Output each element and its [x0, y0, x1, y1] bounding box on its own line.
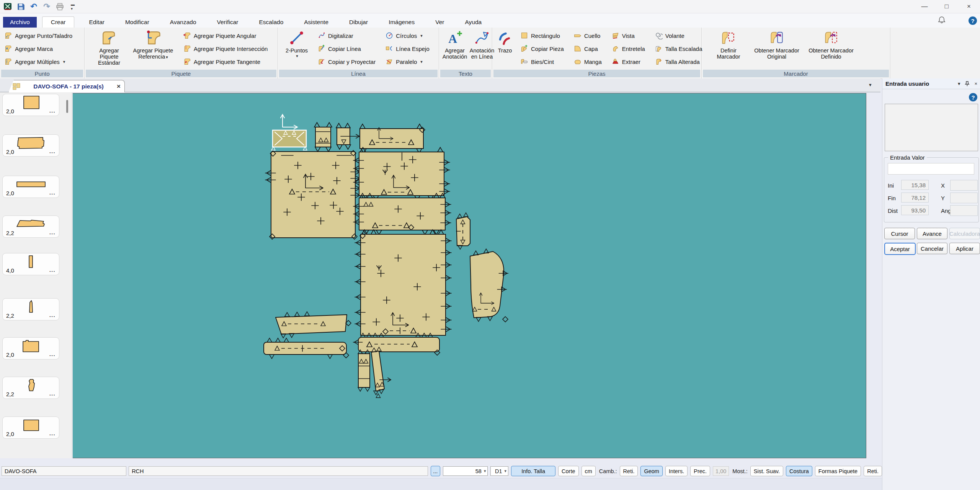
add-multiples-button[interactable]: Agregar Múltiples▾ [3, 57, 74, 66]
piece-thumbnail-8[interactable]: 2,2 ··· [2, 377, 59, 399]
menu-tab-avanzado[interactable]: Avanzado [164, 17, 203, 28]
corte-toggle[interactable]: Corte [558, 466, 578, 476]
pattern-piece[interactable] [314, 122, 332, 152]
scaled-size-button[interactable]: Talla Escalada [653, 44, 704, 53]
formas-piquete-toggle[interactable]: Formas Piquete [815, 466, 861, 476]
cm-toggle[interactable]: cm [581, 466, 596, 476]
line-2-points-button[interactable]: 2-Puntos ▾ [282, 28, 312, 69]
define-marker-button[interactable]: Definir Marcador [707, 28, 750, 69]
copy-piece-button[interactable]: Copiar Pieza [519, 44, 565, 53]
y-field[interactable] [950, 193, 978, 203]
pin-icon[interactable] [965, 81, 970, 87]
altered-size-button[interactable]: Talla Alterada [653, 57, 704, 66]
copy-line-button[interactable]: Copiar Línea [316, 44, 377, 53]
document-tab[interactable]: DAVO-SOFA - 17 pieza(s) × [8, 80, 125, 92]
piece-more-button[interactable]: ··· [49, 432, 56, 438]
rectangle-button[interactable]: Rectángulo [519, 31, 565, 40]
menu-tab-ver[interactable]: Ver [429, 17, 450, 28]
add-notch-intersection-button[interactable]: Agregar Piquete Intersección [182, 44, 269, 53]
circles-button[interactable]: Círculos▾ [384, 31, 431, 40]
pattern-piece[interactable] [353, 193, 451, 235]
reference-field[interactable]: RCH [129, 466, 428, 476]
more-options-button[interactable]: ... [431, 466, 441, 476]
print-button[interactable] [55, 2, 64, 11]
aceptar-button[interactable]: Aceptar [884, 243, 916, 255]
mirror-line-button[interactable]: Línea Espejo [384, 44, 431, 53]
pattern-piece-selected[interactable] [271, 114, 307, 150]
costura-toggle[interactable]: Costura [786, 466, 812, 476]
layer-button[interactable]: Capa [572, 44, 603, 53]
menu-tab-editar[interactable]: Editar [83, 17, 111, 28]
piece-more-button[interactable]: ··· [49, 150, 56, 155]
reti-toggle-2[interactable]: Reti. [864, 466, 882, 476]
window-close-button[interactable]: × [958, 0, 980, 13]
pattern-piece[interactable] [336, 123, 359, 149]
pattern-piece[interactable] [264, 338, 349, 359]
collar-button[interactable]: Cuello [572, 31, 603, 40]
value-input[interactable] [888, 163, 974, 175]
menu-tab-modificar[interactable]: Modificar [119, 17, 155, 28]
add-point-drill-button[interactable]: Agregar Punto/Taladro [3, 31, 74, 40]
window-minimize-button[interactable]: — [913, 0, 936, 13]
pattern-canvas[interactable] [73, 93, 866, 458]
prec-toggle[interactable]: Prec. [690, 466, 710, 476]
customize-toolbar-caret[interactable]: ▬▾ [68, 2, 77, 11]
piece-thumbnail-3[interactable]: 2,0 ··· [2, 176, 59, 198]
reti-toggle-1[interactable]: Reti. [620, 466, 638, 476]
menu-tab-archivo[interactable]: Archivo [3, 17, 37, 28]
cursor-button[interactable]: Cursor [884, 228, 915, 239]
panel-help-icon[interactable]: ? [969, 93, 977, 101]
help-icon[interactable]: ? [969, 16, 977, 25]
fin-field[interactable]: 78,12 [901, 193, 929, 203]
panel-menu-caret-icon[interactable]: ▾ [958, 81, 960, 87]
piece-more-button[interactable]: ··· [49, 268, 56, 274]
add-annotation-button[interactable]: A Agregar Anotación [441, 28, 468, 69]
x-field[interactable] [950, 180, 978, 191]
sist-suav-toggle[interactable]: Sist. Suav. [750, 466, 783, 476]
add-notch-tangent-button[interactable]: Agregar Piquete Tangente [182, 57, 269, 66]
pattern-piece[interactable] [360, 124, 425, 153]
parallel-button[interactable]: Paralelo▾ [384, 57, 431, 66]
annotation-on-line-button[interactable]: Anotación en Línea [468, 28, 496, 69]
piece-more-button[interactable]: ··· [49, 353, 56, 358]
avance-button[interactable]: Avance [917, 228, 947, 239]
menu-tab-verificar[interactable]: Verificar [211, 17, 245, 28]
add-notch-reference-button[interactable]: Agregar Piquete Referencia▾ [131, 28, 176, 69]
undo-button[interactable]: ↶ [29, 2, 38, 11]
pattern-piece[interactable] [353, 147, 450, 200]
piece-thumbnail-7[interactable]: 2,0 ··· [2, 337, 59, 359]
extract-button[interactable]: Extraer [610, 57, 647, 66]
menu-tab-escalado[interactable]: Escalado [253, 17, 290, 28]
input-history-list[interactable] [885, 104, 978, 151]
ini-field[interactable]: 15,38 [901, 180, 929, 190]
piece-thumbnail-6[interactable]: 2,2 ··· [2, 298, 59, 320]
sidebar-scrollbar[interactable] [66, 100, 68, 113]
tab-overflow-caret[interactable]: ▾ [869, 82, 872, 88]
pattern-piece[interactable] [355, 230, 451, 335]
piece-thumbnail-2[interactable]: 2,0 ··· [2, 134, 59, 157]
piece-thumbnail-5[interactable]: 4,0 ··· [2, 253, 59, 275]
piece-more-button[interactable]: ··· [49, 314, 56, 319]
add-notch-standard-button[interactable]: Agregar Piquete Estándar [88, 28, 131, 69]
ruffle-button[interactable]: Volante [653, 31, 704, 40]
menu-tab-crear[interactable]: Crear [42, 16, 75, 28]
interfacing-button[interactable]: Entretela [610, 44, 647, 53]
piece-more-button[interactable]: ··· [49, 392, 56, 398]
redo-button[interactable]: ↷ [42, 2, 51, 11]
pattern-piece[interactable] [470, 249, 508, 322]
panel-close-icon[interactable]: × [974, 81, 977, 87]
info-talla-toggle[interactable]: Info. Talla [511, 466, 555, 476]
menu-tab-imagenes[interactable]: Imágenes [382, 17, 421, 28]
add-notch-angular-button[interactable]: Agregar Piquete Angular [182, 31, 269, 40]
copy-and-project-button[interactable]: Copiar y Proyectar [316, 57, 377, 66]
get-defined-marker-button[interactable]: Obtener Marcador Definido [804, 28, 859, 69]
add-mark-button[interactable]: Agregar Marca [3, 44, 74, 53]
pattern-piece[interactable] [456, 213, 470, 249]
get-original-marker-button[interactable]: Obtener Marcador Original [750, 28, 804, 69]
pattern-piece[interactable] [276, 312, 351, 338]
aplicar-button[interactable]: Aplicar [949, 243, 980, 254]
geom-toggle[interactable]: Geom [640, 466, 663, 476]
menu-tab-dibujar[interactable]: Dibujar [343, 17, 374, 28]
piece-more-button[interactable]: ··· [49, 109, 56, 115]
notifications-bell-icon[interactable] [937, 15, 946, 26]
